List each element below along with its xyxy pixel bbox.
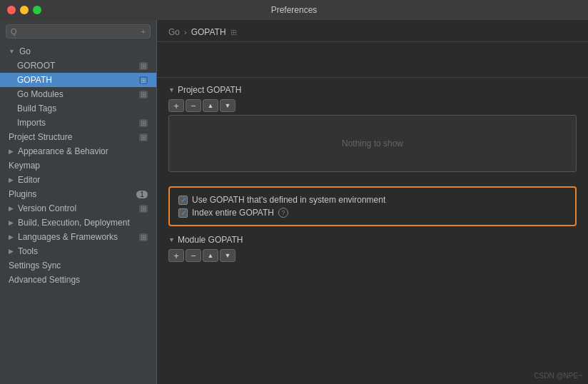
module-gopath-label: Module GOPATH bbox=[178, 235, 243, 245]
sidebar-item-languages-frameworks[interactable]: ▶ Languages & Frameworks ⊞ bbox=[0, 230, 156, 244]
move-up-button[interactable]: ▲ bbox=[203, 99, 218, 112]
sidebar-item-label: Appearance & Behavior bbox=[18, 146, 108, 156]
main-container: Q + ▼ Go GOROOT ⊞ GOPATH ⊞ Go Modules bbox=[0, 20, 588, 384]
module-gopath-header: ▼ Module GOPATH bbox=[168, 235, 577, 245]
window-controls bbox=[7, 6, 41, 14]
sidebar: Q + ▼ Go GOROOT ⊞ GOPATH ⊞ Go Modules bbox=[0, 20, 157, 384]
section-chevron-icon: ▼ bbox=[168, 236, 175, 243]
watermark: CSDN @NPE~ bbox=[534, 372, 582, 380]
content-header: Go › GOPATH ⊞ bbox=[157, 20, 588, 42]
search-plus: + bbox=[141, 27, 146, 36]
breadcrumb-parent: Go bbox=[168, 27, 180, 37]
sidebar-item-label: Project Structure bbox=[9, 132, 72, 142]
checkbox-row-1: Use GOPATH that's defined in system envi… bbox=[178, 193, 567, 206]
content-area: Go › GOPATH ⊞ ▼ Project GOPATH + − ▲ ▼ bbox=[157, 20, 588, 384]
chevron-right-icon: ▶ bbox=[9, 148, 14, 155]
move-down-button[interactable]: ▼ bbox=[220, 99, 235, 112]
sidebar-item-gopath[interactable]: GOPATH ⊞ bbox=[0, 73, 156, 87]
sidebar-item-label: Keymap bbox=[9, 161, 40, 171]
breadcrumb-current: GOPATH bbox=[191, 27, 226, 37]
module-remove-button[interactable]: − bbox=[186, 249, 201, 262]
breadcrumb-separator: › bbox=[184, 28, 187, 36]
sidebar-item-keymap[interactable]: Keymap bbox=[0, 158, 156, 173]
chevron-right-icon: ▶ bbox=[9, 219, 14, 226]
edit-icon[interactable]: ⊞ bbox=[230, 28, 237, 37]
project-gopath-label: Project GOPATH bbox=[178, 85, 242, 95]
sidebar-item-label: Editor bbox=[18, 175, 40, 185]
module-gopath-section: ▼ Module GOPATH + − ▲ ▼ bbox=[157, 231, 588, 269]
use-gopath-label: Use GOPATH that's defined in system envi… bbox=[192, 195, 385, 205]
sidebar-item-build-exec-deploy[interactable]: ▶ Build, Execution, Deployment bbox=[0, 216, 156, 230]
sidebar-item-label: GOPATH bbox=[17, 75, 52, 85]
search-box[interactable]: Q + bbox=[6, 24, 151, 39]
add-button[interactable]: + bbox=[168, 99, 184, 112]
sidebar-item-label: Settings Sync bbox=[9, 261, 61, 271]
project-gopath-section: ▼ Project GOPATH + − ▲ ▼ Nothing to show bbox=[157, 81, 588, 182]
project-gopath-header: ▼ Project GOPATH bbox=[168, 85, 577, 95]
search-icon: Q bbox=[11, 27, 17, 36]
section-chevron-icon: ▼ bbox=[168, 86, 175, 94]
sidebar-item-label: GOROOT bbox=[17, 61, 55, 71]
module-move-up-button[interactable]: ▲ bbox=[203, 249, 218, 262]
plugins-badge: 1 bbox=[136, 191, 148, 198]
project-gopath-toolbar: + − ▲ ▼ bbox=[168, 99, 577, 112]
module-gopath-toolbar: + − ▲ ▼ bbox=[168, 249, 577, 262]
sidebar-item-tools[interactable]: ▶ Tools bbox=[0, 244, 156, 258]
help-icon[interactable]: ? bbox=[278, 208, 288, 218]
sidebar-item-go-modules[interactable]: Go Modules ⊞ bbox=[0, 87, 156, 101]
remove-button[interactable]: − bbox=[186, 99, 201, 112]
sidebar-item-label: Build Tags bbox=[17, 103, 56, 113]
sidebar-item-plugins[interactable]: Plugins 1 bbox=[0, 187, 156, 201]
index-gopath-checkbox[interactable] bbox=[178, 208, 188, 218]
sidebar-item-label: Build, Execution, Deployment bbox=[18, 218, 130, 228]
content-body: ▼ Project GOPATH + − ▲ ▼ Nothing to show… bbox=[157, 42, 588, 384]
module-add-button[interactable]: + bbox=[168, 249, 184, 262]
search-input[interactable] bbox=[20, 27, 138, 36]
sidebar-item-appearance-behavior[interactable]: ▶ Appearance & Behavior bbox=[0, 144, 156, 158]
chevron-right-icon: ▶ bbox=[9, 248, 14, 255]
sidebar-item-build-tags[interactable]: Build Tags bbox=[0, 101, 156, 116]
module-move-down-button[interactable]: ▼ bbox=[220, 249, 235, 262]
settings-icon: ⊞ bbox=[139, 62, 148, 70]
use-gopath-checkbox[interactable] bbox=[178, 196, 188, 205]
settings-icon: ⊞ bbox=[139, 119, 148, 127]
settings-icon: ⊞ bbox=[139, 91, 148, 98]
top-empty-area bbox=[157, 42, 588, 78]
settings-icon: ⊞ bbox=[139, 205, 148, 213]
checkbox-row-2: Index entire GOPATH ? bbox=[178, 206, 567, 219]
window-title: Preferences bbox=[271, 5, 318, 15]
title-bar: Preferences bbox=[0, 0, 588, 20]
sidebar-item-settings-sync[interactable]: Settings Sync bbox=[0, 258, 156, 273]
empty-list-text: Nothing to show bbox=[342, 138, 403, 148]
sidebar-item-advanced-settings[interactable]: Advanced Settings bbox=[0, 273, 156, 287]
settings-icon: ⊞ bbox=[139, 233, 148, 241]
chevron-right-icon: ▶ bbox=[9, 233, 14, 241]
sidebar-nav: ▼ Go GOROOT ⊞ GOPATH ⊞ Go Modules ⊞ Buil… bbox=[0, 43, 156, 384]
sidebar-item-label: Plugins bbox=[9, 189, 36, 199]
chevron-right-icon: ▶ bbox=[9, 176, 14, 183]
settings-icon: ⊞ bbox=[139, 133, 148, 141]
minimize-button[interactable] bbox=[20, 6, 29, 14]
sidebar-item-version-control[interactable]: ▶ Version Control ⊞ bbox=[0, 201, 156, 216]
close-button[interactable] bbox=[7, 6, 16, 14]
sidebar-item-label: Go bbox=[19, 46, 31, 56]
sidebar-item-label: Languages & Frameworks bbox=[18, 232, 136, 242]
project-gopath-list: Nothing to show bbox=[168, 115, 577, 172]
chevron-down-icon: ▼ bbox=[9, 48, 15, 55]
chevron-right-icon: ▶ bbox=[9, 205, 14, 212]
sidebar-item-goroot[interactable]: GOROOT ⊞ bbox=[0, 59, 156, 73]
sidebar-item-label: Version Control bbox=[18, 203, 136, 213]
sidebar-item-label: Go Modules bbox=[17, 89, 64, 99]
maximize-button[interactable] bbox=[33, 6, 41, 14]
sidebar-item-label: Tools bbox=[18, 246, 38, 256]
sidebar-item-go[interactable]: ▼ Go bbox=[0, 44, 156, 59]
settings-icon: ⊞ bbox=[139, 76, 148, 84]
index-gopath-label: Index entire GOPATH bbox=[192, 208, 274, 218]
sidebar-item-label: Imports bbox=[17, 118, 46, 128]
sidebar-item-project-structure[interactable]: Project Structure ⊞ bbox=[0, 130, 156, 144]
sidebar-item-imports[interactable]: Imports ⊞ bbox=[0, 116, 156, 130]
checkbox-area: Use GOPATH that's defined in system envi… bbox=[168, 186, 577, 226]
sidebar-item-label: Advanced Settings bbox=[9, 275, 80, 285]
sidebar-item-editor[interactable]: ▶ Editor bbox=[0, 173, 156, 187]
